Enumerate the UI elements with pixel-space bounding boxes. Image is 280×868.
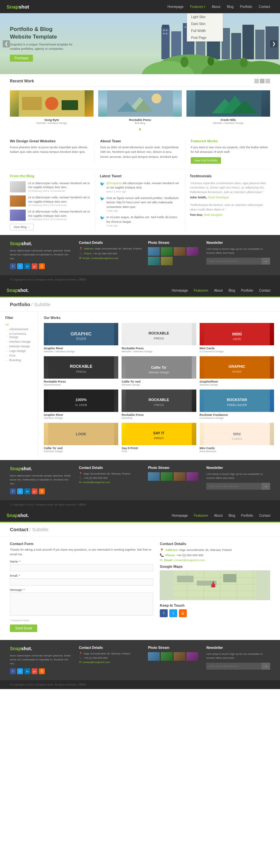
footer-newsletter-3: Newsletter Let's keep in touch! Sign up … — [206, 646, 270, 674]
portfolio-item-9[interactable]: ROCKSTARFREELANCER Rockstar Freelancer e… — [199, 390, 274, 420]
dropdown-item-dark[interactable]: Dark Skin — [187, 21, 223, 27]
featured-col: Featured Works If you want to see more o… — [185, 139, 270, 164]
newsletter-submit-2[interactable]: → — [261, 483, 270, 490]
newsletter-submit-3[interactable]: → — [261, 663, 270, 670]
filter-item-website[interactable]: —Website Design — [5, 344, 32, 349]
nav-link-homepage-3[interactable]: Homepage — [169, 509, 191, 522]
social-gplus-3[interactable]: g+ — [32, 668, 37, 674]
hero-cta-btn[interactable]: Purchase — [10, 55, 33, 62]
social-fb-1[interactable]: f — [10, 263, 16, 269]
keep-touch-title: Keep In Touch — [160, 603, 270, 607]
portfolio-item-8[interactable]: ROCKABLEPRESS Rockable Press Branding — [122, 390, 196, 420]
footer-brand-2: Snapshot. Nunc ullamcorper commodo sempe… — [10, 466, 74, 494]
portfolio-item-3[interactable]: minicards Mini Cards e-Commerce Design — [199, 323, 274, 353]
nav-link-homepage-1[interactable]: Homepage — [164, 0, 187, 13]
dropdown-item-fullwidth[interactable]: Full Width — [187, 27, 223, 34]
nav-link-contact-2[interactable]: Contact — [256, 284, 273, 297]
send-email-btn[interactable]: Send Email — [10, 624, 37, 632]
newsletter-submit-1[interactable]: → — [261, 258, 270, 265]
portfolio-item-6[interactable]: GRAPHICRIVER GraphicRiver Website Design — [199, 356, 274, 386]
social-gplus-1[interactable]: g+ — [32, 263, 37, 269]
footer-newsletter-2: Newsletter Let's keep in touch! Sign up … — [206, 466, 270, 494]
svg-text:RIVER: RIVER — [76, 337, 86, 341]
social-in-2[interactable]: in — [24, 488, 30, 494]
social-tw-contact[interactable]: t — [169, 609, 177, 617]
social-tw-1[interactable]: t — [17, 263, 23, 269]
social-in-1[interactable]: in — [24, 263, 30, 269]
social-fb-3[interactable]: f — [10, 668, 16, 674]
tweet-item-1: 🐦 @Snapshot elit ullamcorper nulla. Aene… — [100, 181, 180, 193]
hero-arrow-next[interactable]: ❯ — [270, 40, 277, 48]
filter-item-logo[interactable]: —Logo Design — [5, 349, 32, 353]
footer-logo-1: Snapshot. — [10, 241, 74, 246]
design-text: Fusce pharetra dolor ut purus iaculis im… — [10, 145, 89, 155]
svg-rect-2 — [162, 25, 169, 28]
blog-date-1: 15 February 2013, 6 Comments — [28, 189, 90, 192]
social-fb-contact[interactable]: f — [160, 609, 168, 617]
newsletter-email-input-3[interactable] — [206, 663, 261, 670]
blog-item-1: Ut ut ullamcorper nulla. Aenean hendreri… — [10, 181, 90, 192]
nav-link-portfolio-1[interactable]: Portfolio — [237, 0, 256, 13]
team-title: About Team — [100, 139, 180, 143]
hero-title: Portfolio & BlogWebsite Template — [10, 26, 82, 40]
social-rss-contact[interactable]: ☰ — [179, 609, 187, 617]
nav-link-about-1[interactable]: About — [209, 0, 224, 13]
blog-text-3: Ut ut ullamcorper nulla. Aenean hendreri… — [28, 210, 90, 218]
portfolio-item-11[interactable]: SAY ITPRINT! Say It Print! Print — [122, 423, 196, 453]
nav-link-about-2[interactable]: About — [211, 284, 226, 297]
portfolio-item-5[interactable]: Callie Ta'Website Design Callie Ta' oed … — [122, 356, 196, 386]
nav-link-portfolio-3[interactable]: Portfolio — [238, 509, 256, 522]
social-fb-2[interactable]: f — [10, 488, 16, 494]
form-textarea-message[interactable] — [10, 592, 153, 616]
social-gplus-2[interactable]: g+ — [32, 488, 37, 494]
filter-item-all[interactable]: All — [5, 322, 32, 327]
nav-link-homepage-2[interactable]: Homepage — [169, 284, 191, 297]
portfolio-item-2[interactable]: ROCKABLEPRESS Rockable Press Website / I… — [122, 323, 196, 353]
newsletter-email-input-1[interactable] — [206, 258, 261, 265]
portfolio-item-10[interactable]: LOOK Callie Ta' oed Interface Design — [44, 423, 118, 453]
portfolio-item-12[interactable]: MINICARDS Mini Cards Advertisement — [199, 423, 274, 453]
social-in-3[interactable]: in — [24, 668, 30, 674]
nav-link-about-3[interactable]: About — [211, 509, 226, 522]
filter-item-branding[interactable]: —Branding — [5, 358, 32, 363]
social-rss-2[interactable]: ☰ — [39, 488, 45, 494]
svg-text:cards: cards — [233, 337, 241, 341]
nav-links-1: Homepage Features ▾ Light Skin Dark Skin… — [164, 0, 273, 13]
svg-text:ROCKABLE: ROCKABLE — [149, 331, 169, 335]
filter-item-print[interactable]: —Print — [5, 353, 32, 358]
nav-link-portfolio-2[interactable]: Portfolio — [238, 284, 256, 297]
nav-link-features-2[interactable]: Features ▾ — [191, 284, 211, 297]
form-input-email[interactable] — [10, 578, 153, 586]
dropdown-item-light[interactable]: Light Skin — [187, 13, 223, 21]
view-portfolio-btn[interactable]: View Full Portfolio — [191, 157, 221, 164]
blog-date-3: 27 February 2013, 23 Comments — [28, 218, 90, 221]
portfolio-item-4[interactable]: ROCKABLEPRESS Rockable Press Advertiseme… — [44, 356, 118, 386]
dropdown-item-postpage[interactable]: Post Page — [187, 34, 223, 41]
social-tw-3[interactable]: t — [17, 668, 23, 674]
filter-item-ad[interactable]: —Advertisement — [5, 327, 32, 332]
social-rss-3[interactable]: ☰ — [39, 668, 45, 674]
nav-link-contact-3[interactable]: Contact — [256, 509, 273, 522]
portfolio-item-1[interactable]: GRAPHICRIVER Graphic River Website / Int… — [44, 323, 118, 353]
filter-item-ecom[interactable]: —e-Commerce Design — [5, 332, 32, 339]
filter-item-interface[interactable]: —Interface Design — [5, 339, 32, 344]
nav-link-features-1[interactable]: Features ▾ Light Skin Dark Skin Full Wid… — [187, 0, 208, 13]
nav-bar-3: Snapshot. Homepage Features ▾ About Blog… — [0, 509, 280, 522]
svg-point-26 — [181, 57, 188, 67]
nav-link-blog-1[interactable]: Blog — [224, 0, 237, 13]
tweet-item-3: 🐦 In mi justo augue, et dapibus est. Sed… — [100, 215, 180, 227]
social-tw-2[interactable]: t — [17, 488, 23, 494]
nav-link-blog-2[interactable]: Blog — [226, 284, 238, 297]
nav-link-contact-1[interactable]: Contact — [256, 0, 273, 13]
hero-arrow-prev[interactable]: ❮ — [3, 40, 10, 48]
portfolio-item-7[interactable]: 1000%to 1000$ Graphic River Interface De… — [44, 390, 118, 420]
contact-detail-title: Contact Details — [160, 542, 270, 546]
nav-link-blog-3[interactable]: Blog — [226, 509, 238, 522]
form-input-name[interactable] — [10, 564, 153, 571]
nav-link-features-3[interactable]: Features ▾ — [191, 509, 211, 522]
required-note: * Required fields. — [10, 619, 153, 622]
view-blog-btn[interactable]: View Blog → — [10, 224, 34, 230]
newsletter-email-input-2[interactable] — [206, 483, 261, 490]
social-rss-1[interactable]: ☰ — [39, 263, 45, 269]
google-map-placeholder — [160, 570, 270, 600]
